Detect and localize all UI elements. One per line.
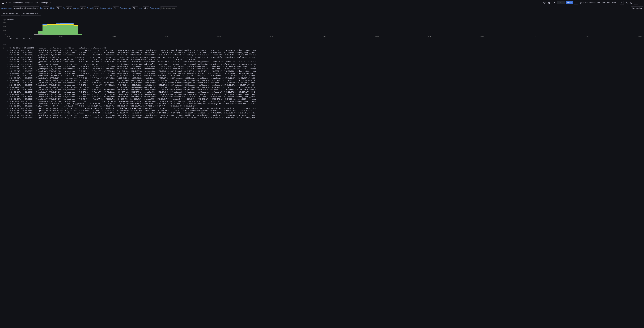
log-expand-caret[interactable]: ▸	[7, 75, 8, 77]
var-select-response_code[interactable]: All ⌄	[132, 7, 138, 10]
log-expand-caret[interactable]: ▸	[7, 110, 8, 112]
log-line[interactable]: ▸[2024-02-23T14:40:51.616Z] "GET /review…	[2, 52, 642, 54]
log-line[interactable]: ▸[2024-02-23T14:40:51.680Z] "GET /review…	[2, 82, 642, 84]
log-line[interactable]: ▸[2024-02-23T14:40:51.708Z] "GET /detail…	[2, 49, 642, 52]
var-select-level[interactable]: All ⌄	[143, 7, 149, 10]
var-select-log_type[interactable]: All ⌄	[80, 7, 86, 10]
log-line[interactable]: ▸[2024-02-23T14:40:51.620Z] "GET /rating…	[2, 54, 642, 56]
log-expand-caret[interactable]: ▸	[7, 65, 8, 68]
log-line[interactable]: ▸[2024-02-23T14:40:51.680Z] "GET /review…	[2, 70, 642, 72]
var-select-cluster[interactable]: All ⌄	[56, 7, 62, 10]
add-button[interactable]: Add ⌄	[557, 1, 565, 5]
log-expand-caret[interactable]: ▸	[7, 84, 8, 86]
log-line[interactable]: ▸[2024-02-23T14:40:51.683Z] "GET /rating…	[2, 65, 642, 68]
menu-button[interactable]	[1, 1, 5, 5]
log-line[interactable]: ▸[2024-02-23T14:40:51.632Z] "GET /produc…	[2, 79, 642, 82]
log-expand-caret[interactable]: ▸	[7, 72, 8, 75]
log-line[interactable]: ▸[2024-02-23T14:40:51.705Z] "GET /api/v1…	[2, 75, 642, 77]
log-line[interactable]: ▸[2024-02-23T14:40:51.620Z] "GET /rating…	[2, 68, 642, 70]
logs-body[interactable]: 7x▸2024-02-23T15:05:28.509023Z info xdsp…	[1, 46, 643, 120]
log-expand-caret[interactable]: ▸	[7, 107, 8, 110]
log-expand-caret[interactable]: ▸	[7, 68, 8, 70]
istio-overview-link[interactable]: Istio overview	[631, 7, 643, 10]
log-line[interactable]: ▸[2024-02-23T14:40:51.634Z] "GET /detail…	[2, 84, 642, 86]
log-expand-caret[interactable]: ▸	[7, 112, 8, 114]
datasource-select[interactable]: grafanacloud-keithschmitty-logs ⌄	[13, 7, 39, 10]
log-expand-caret[interactable]: ▸	[7, 79, 8, 82]
var-select-protocol[interactable]: All ⌄	[94, 7, 99, 10]
breadcrumb-integration[interactable]: Integration - Istio	[25, 2, 38, 4]
log-expand-caret[interactable]: ▸	[7, 82, 8, 84]
log-line[interactable]: ▸[2024-02-23T14:40:51.610Z] "GET /detail…	[2, 96, 642, 98]
log-expand-caret[interactable]: ▸	[7, 63, 8, 65]
log-line[interactable]: ▸[2024-02-23T14:40:51.616Z] "GET /review…	[2, 89, 642, 91]
log-line[interactable]: ▸[2024-02-23T14:40:50.507Z] "GET /produc…	[2, 110, 642, 112]
log-line[interactable]: ▸[2024-02-23T14:40:51.708Z] "GET /detail…	[2, 77, 642, 79]
breadcrumb-home[interactable]: Home	[6, 2, 11, 4]
log-expand-caret[interactable]: ▸	[7, 49, 8, 52]
log-expand-caret[interactable]: ▸	[7, 103, 8, 105]
log-expand-caret[interactable]: ▸	[7, 58, 8, 61]
collapse-button[interactable]: ⌃	[639, 1, 643, 5]
var-select-job[interactable]: All ⌄	[43, 7, 49, 10]
log-expand-caret[interactable]: ▸	[7, 91, 8, 93]
tab-workloads-overview[interactable]: Istio workloads overview	[21, 12, 41, 16]
log-line[interactable]: ▸[2024-02-23T14:40:51.609Z] "GET /detail…	[2, 91, 642, 93]
zoom-out-button[interactable]	[624, 1, 628, 5]
legend-item-400[interactable]: 400	[14, 38, 18, 40]
log-expand-caret[interactable]: ▸	[7, 116, 8, 119]
log-expand-caret[interactable]: ▸	[7, 105, 8, 107]
legend-item-logs[interactable]: logs	[27, 38, 32, 40]
log-line[interactable]: ▸[2024-02-23T14:40:50.544Z] "GET /api/v1…	[2, 112, 642, 114]
log-expand-caret[interactable]: ▸	[7, 54, 8, 56]
log-line[interactable]: ▸[2024-02-23T14:40:51.634Z] "GET /detail…	[2, 93, 642, 96]
log-line[interactable]: ▸[2024-02-23T14:40:50.526Z] "GET /produc…	[2, 116, 642, 119]
log-expand-caret[interactable]: ▸	[7, 100, 8, 103]
log-expand-caret[interactable]: ▸	[7, 47, 8, 49]
breadcrumb-dashboards[interactable]: Dashboards	[13, 2, 23, 4]
legend-item-200[interactable]: 200	[7, 38, 12, 40]
var-value: All	[95, 7, 96, 9]
log-expand-caret[interactable]: ▸	[7, 56, 8, 58]
log-line[interactable]: ▸[2024-02-23T14:40:50.544Z] "GET /api/v1…	[2, 103, 642, 105]
log-expand-caret[interactable]: ▸	[7, 77, 8, 79]
log-line[interactable]: ▸[2024-02-23T14:40:50.518Z] "GET /rating…	[2, 98, 642, 100]
log-line[interactable]: ▸[2024-02-23T14:40:51.689Z] "GET /bad HT…	[2, 58, 642, 61]
log-line[interactable]: ▸[2024-02-23T14:40:51.682Z] "GET /rating…	[2, 72, 642, 75]
log-line[interactable]: ▸[2024-02-23T14:40:50.538Z] "GET /bad HT…	[2, 105, 642, 107]
log-line[interactable]: ▸[2024-02-23T14:40:50.546Z] "GET /detail…	[2, 114, 642, 116]
log-expand-caret[interactable]: ▸	[7, 96, 8, 98]
log-expand-caret[interactable]: ▸	[7, 114, 8, 116]
tab-services-overview[interactable]: Istio services overview	[1, 12, 20, 16]
time-prev-button[interactable]: ‹	[574, 1, 578, 5]
log-expand-caret[interactable]: ▸	[7, 52, 8, 54]
help-button[interactable]	[542, 1, 546, 5]
time-range-picker[interactable]: 2024-02-23 09:30:00 to 2024-02-23 10:30:…	[578, 1, 619, 5]
regex-input[interactable]	[160, 7, 177, 10]
log-line[interactable]: ▸[2024-02-23T14:40:50.532Z] "GET /review…	[2, 100, 642, 103]
log-line[interactable]: ▸[2024-02-23T14:40:51.604Z] "GET /produc…	[2, 63, 642, 65]
refresh-button[interactable]	[629, 1, 634, 5]
log-line[interactable]: ▸[2024-02-23T14:40:50.526Z] "GET /produc…	[2, 107, 642, 110]
var-value: All	[144, 7, 146, 9]
log-expand-caret[interactable]: ▸	[7, 70, 8, 72]
log-expand-caret[interactable]: ▸	[7, 93, 8, 96]
log-expand-caret[interactable]: ▸	[7, 86, 8, 89]
log-expand-caret[interactable]: ▸	[7, 89, 8, 91]
time-next-button[interactable]: ›	[620, 1, 624, 5]
log-line[interactable]: ▸[2024-02-23T14:40:51.631Z] "GET /produc…	[2, 61, 642, 63]
log-line[interactable]: ▸[2024-02-23T14:40:51.704Z] "GET /api/v1…	[2, 56, 642, 58]
info-icon[interactable]: ⓘ	[14, 19, 15, 21]
share-button[interactable]: Share	[566, 1, 573, 5]
chart-plot[interactable]	[7, 22, 642, 35]
save-button[interactable]	[547, 1, 552, 5]
log-expand-caret[interactable]: ▸	[7, 61, 8, 63]
log-line[interactable]: ▸[2024-02-23T14:40:51.604Z] "GET /produc…	[2, 86, 642, 89]
log-expand-caret[interactable]: ▸	[7, 98, 8, 100]
star-icon[interactable]: ☆	[50, 2, 51, 4]
settings-button[interactable]	[552, 1, 556, 5]
refresh-dropdown[interactable]: ⌄	[634, 1, 638, 5]
legend-item-404[interactable]: 404	[20, 38, 25, 40]
var-select-pod[interactable]: All ⌄	[66, 7, 72, 10]
var-select-request_method[interactable]: All ⌄	[113, 7, 119, 10]
